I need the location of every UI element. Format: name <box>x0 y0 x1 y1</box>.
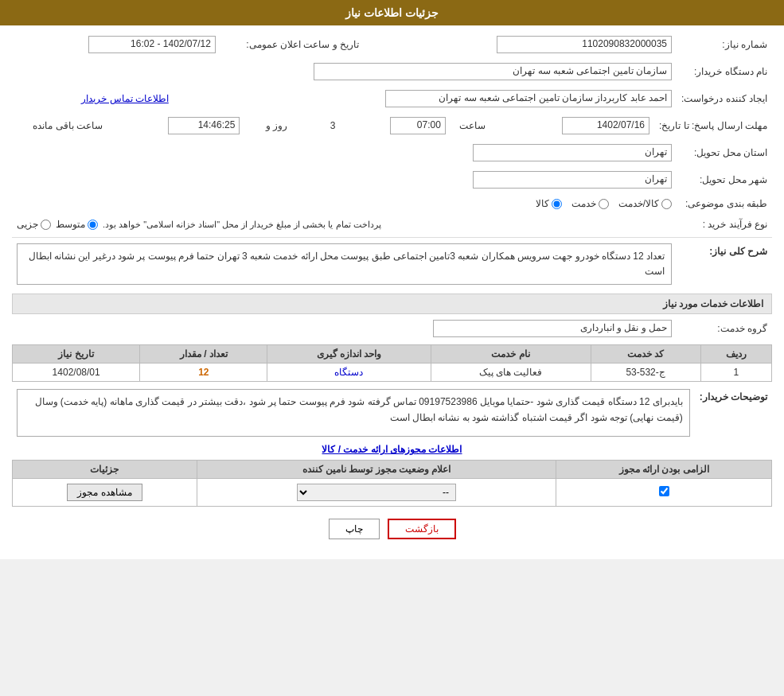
permits-section-link[interactable]: اطلاعات مجوزهای ارائه خدمت / کالا <box>12 444 772 455</box>
delivery-province-value: تهران <box>12 142 677 164</box>
view-permit-button[interactable]: مشاهده مجوز <box>67 484 142 501</box>
services-section-title: اطلاعات خدمات مورد نیاز <box>12 294 772 314</box>
buyer-org-value: سازمان تامین اجتماعی شعبه سه تهران <box>12 60 677 83</box>
contact-link[interactable]: اطلاعات تماس خریدار <box>81 93 169 104</box>
info-table-province: استان محل تحویل: تهران <box>12 142 772 164</box>
general-description-label: شرح کلی نیاز: <box>677 241 772 287</box>
category-goods-service-label: کالا/خدمت <box>618 198 659 209</box>
service-group-label: گروه خدمت: <box>677 317 772 340</box>
response-date-input: 1402/07/16 <box>562 117 649 134</box>
cell-permit-status: -- <box>197 479 556 507</box>
cell-unit: دستگاه <box>267 364 431 382</box>
permit-required-checkbox[interactable] <box>659 486 669 496</box>
purchase-type-partial-label: جزیی <box>17 219 38 230</box>
info-table-category: طبقه بندی موضوعی: کالا/خدمت خدمت <box>12 196 772 212</box>
cell-row-num: 1 <box>700 364 771 382</box>
service-group-input: حمل و نقل و انبارداری <box>433 320 672 337</box>
response-remaining-cell: 14:46:25 <box>107 115 244 137</box>
col-unit: واحد اندازه گیری <box>267 345 431 364</box>
buyer-notes-box: بایدبرای 12 دستگاه قیمت گذاری شود -حتمای… <box>17 389 690 437</box>
response-date-cell: 1402/07/16 <box>490 115 654 137</box>
col-service-name: نام خدمت <box>431 345 591 364</box>
response-time-input: 07:00 <box>390 117 446 134</box>
response-deadline-label: مهلت ارسال پاسخ: تا تاریخ: <box>654 115 772 137</box>
col-row-num: ردیف <box>700 345 771 364</box>
cell-permit-details: مشاهده مجوز <box>13 479 197 507</box>
info-table-deadline: مهلت ارسال پاسخ: تا تاریخ: 1402/07/16 سا… <box>12 115 772 137</box>
purchase-type-medium-option: متوسط <box>56 219 98 230</box>
info-table-buyer: نام دستگاه خریدار: سازمان تامین اجتماعی … <box>12 60 772 83</box>
purchase-type-label: نوع فرآیند خرید : <box>677 216 772 232</box>
category-service-radio[interactable] <box>599 199 609 209</box>
permits-table: الزامی بودن ارائه مجوز اعلام وضعیت مجوز … <box>12 460 772 507</box>
service-group-value: حمل و نقل و انبارداری <box>12 317 677 340</box>
category-goods-option: کالا <box>536 198 562 209</box>
category-goods-label: کالا <box>536 198 549 209</box>
category-label: طبقه بندی موضوعی: <box>677 196 772 212</box>
info-table-creator: ایجاد کننده درخواست: احمد عابد کاربرداز … <box>12 87 772 110</box>
divider-1 <box>12 237 772 238</box>
creator-label: ایجاد کننده درخواست: <box>677 87 772 110</box>
permits-col-status: اعلام وضعیت مجوز توسط نامین کننده <box>197 461 556 479</box>
info-table-description: شرح کلی نیاز: تعداد 12 دستگاه خودرو جهت … <box>12 241 772 287</box>
main-content: شماره نیاز: 1102090832000035 تاریخ و ساع… <box>0 25 784 559</box>
col-need-date: تاریخ نیاز <box>13 345 140 364</box>
table-row: -- مشاهده مجوز <box>13 479 772 507</box>
back-button[interactable]: بازگشت <box>388 519 456 539</box>
info-table-notes: توضیحات خریدار: بایدبرای 12 دستگاه قیمت … <box>12 387 772 439</box>
purchase-type-medium-label: متوسط <box>56 219 85 230</box>
category-goods-service-radio[interactable] <box>661 199 672 209</box>
response-remaining-label: ساعت باقی مانده <box>12 115 107 137</box>
table-row: 1 ج-532-53 فعالیت های پیک دستگاه 12 1402… <box>13 364 772 382</box>
page-container: جزئیات اطلاعات نیاز شماره نیاز: 11020908… <box>0 0 784 559</box>
category-goods-radio[interactable] <box>552 199 562 209</box>
info-table-service-group: گروه خدمت: حمل و نقل و انبارداری <box>12 317 772 340</box>
category-options: کالا/خدمت خدمت کالا <box>12 196 677 212</box>
contact-link-cell: اطلاعات تماس خریدار <box>12 87 174 110</box>
info-table-city: شهر محل تحویل: تهران <box>12 169 772 191</box>
col-service-code: کد خدمت <box>591 345 700 364</box>
buyer-org-label: نام دستگاه خریدار: <box>677 60 772 83</box>
print-button[interactable]: چاپ <box>329 519 380 539</box>
purchase-type-section: پرداخت تمام یا بخشی از مبلغ خریدار از مح… <box>17 219 672 230</box>
creator-value: احمد عابد کاربرداز سازمان تامین اجتماعی … <box>183 87 677 110</box>
creator-input: احمد عابد کاربرداز سازمان تامین اجتماعی … <box>385 90 672 107</box>
response-days-value: 3 <box>292 115 340 137</box>
announcement-datetime-value: 1402/07/12 - 16:02 <box>12 33 220 56</box>
request-number-input: 1102090832000035 <box>497 36 672 53</box>
action-buttons: بازگشت چاپ <box>12 519 772 539</box>
info-table-top: شماره نیاز: 1102090832000035 تاریخ و ساع… <box>12 33 772 56</box>
purchase-type-partial-option: جزیی <box>17 219 51 230</box>
response-days-label: روز و <box>244 115 292 137</box>
page-header: جزئیات اطلاعات نیاز <box>0 0 784 25</box>
cell-service-code: ج-532-53 <box>591 364 700 382</box>
category-goods-service-option: کالا/خدمت <box>618 198 672 209</box>
category-service-option: خدمت <box>571 198 609 209</box>
category-service-label: خدمت <box>571 198 596 209</box>
delivery-province-input: تهران <box>473 144 672 161</box>
delivery-province-label: استان محل تحویل: <box>677 142 772 164</box>
permits-col-required: الزامی بودن ارائه مجوز <box>556 461 772 479</box>
cell-need-date: 1402/08/01 <box>13 364 140 382</box>
info-table-purchase-type: نوع فرآیند خرید : پرداخت تمام یا بخشی از… <box>12 216 772 232</box>
permit-status-dropdown[interactable]: -- <box>297 484 456 501</box>
cell-service-name: فعالیت های پیک <box>431 364 591 382</box>
buyer-org-input: سازمان تامین اجتماعی شعبه سه تهران <box>314 63 672 80</box>
purchase-type-note: پرداخت تمام یا بخشی از مبلغ خریدار از مح… <box>103 220 381 230</box>
cell-permit-required <box>556 479 772 507</box>
announcement-datetime-input: 1402/07/12 - 16:02 <box>88 36 216 53</box>
permits-col-details: جزئیات <box>13 461 197 479</box>
general-description-box: تعداد 12 دستگاه خودرو جهت سرویس همکاران … <box>17 243 672 285</box>
response-time-label: ساعت <box>451 115 490 137</box>
request-number-label: شماره نیاز: <box>677 33 772 56</box>
purchase-type-medium-radio[interactable] <box>88 220 98 230</box>
announcement-datetime-label: تاریخ و ساعت اعلان عمومی: <box>220 33 364 56</box>
cell-quantity: 12 <box>140 364 267 382</box>
request-number-value: 1102090832000035 <box>396 33 677 56</box>
services-table: ردیف کد خدمت نام خدمت واحد اندازه گیری ت… <box>12 344 772 382</box>
purchase-type-partial-radio[interactable] <box>41 220 51 230</box>
delivery-city-value: تهران <box>12 169 677 191</box>
delivery-city-label: شهر محل تحویل: <box>677 169 772 191</box>
buyer-notes-label: توضیحات خریدار: <box>695 387 772 439</box>
delivery-city-input: تهران <box>473 171 672 189</box>
